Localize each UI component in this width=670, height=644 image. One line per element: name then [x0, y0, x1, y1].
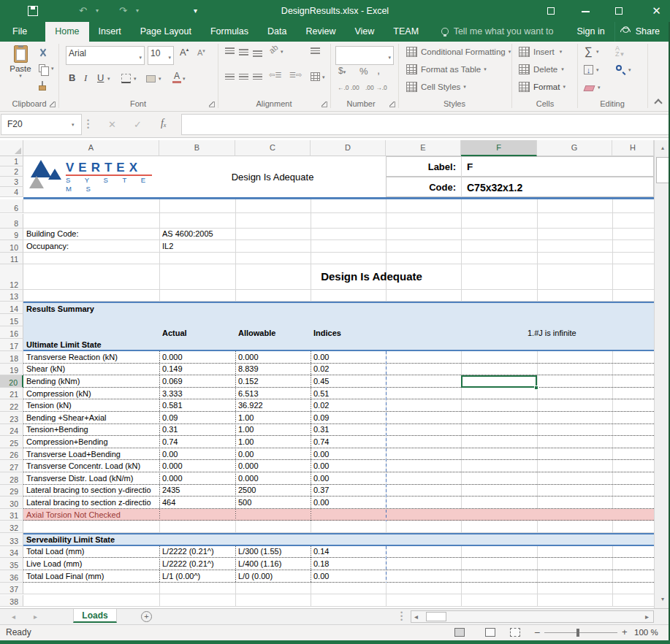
font-name-combobox[interactable]: Arial▾: [66, 46, 145, 65]
tab-insert[interactable]: Insert: [89, 22, 131, 42]
column-header-h[interactable]: H: [612, 140, 654, 156]
sign-in-link[interactable]: Sign in: [567, 22, 614, 42]
row-header-18[interactable]: 18: [0, 351, 23, 364]
cell-D19[interactable]: 0.02: [311, 364, 386, 375]
underline-dropdown-icon[interactable]: ▾: [107, 76, 110, 82]
cell-A23[interactable]: Bending +Shear+Axial: [23, 412, 159, 423]
align-middle-icon[interactable]: [239, 49, 248, 55]
merge-center-dropdown-icon[interactable]: ▾: [322, 74, 325, 80]
cell-B23[interactable]: 0.09: [159, 412, 235, 423]
cell-D18[interactable]: 0.00: [311, 351, 386, 363]
fill-color-dropdown-icon[interactable]: ▾: [159, 76, 161, 82]
row-header-27[interactable]: 27: [0, 460, 23, 472]
column-header-b[interactable]: B: [159, 140, 235, 156]
row-header-21[interactable]: 21: [0, 388, 23, 400]
format-as-table-button[interactable]: Format as Table▾: [406, 64, 487, 74]
comma-style-icon[interactable]: ,: [377, 64, 380, 76]
column-header-e[interactable]: E: [386, 140, 461, 156]
format-painter-icon[interactable]: [39, 85, 46, 91]
paste-button[interactable]: Paste ▾: [6, 45, 35, 79]
cell-A20[interactable]: Bending (kNm): [23, 375, 159, 387]
cell-A30[interactable]: Lateral bracing to section z-directio: [23, 497, 159, 508]
cell-D24[interactable]: 0.31: [311, 424, 386, 436]
name-box-dropdown-icon[interactable]: ▾: [72, 115, 75, 134]
find-dropdown-icon[interactable]: ▾: [628, 67, 631, 73]
cell-A25[interactable]: Compression+Bending: [23, 436, 159, 448]
scroll-down-icon[interactable]: ▾: [656, 593, 669, 606]
accounting-format-icon[interactable]: $▾: [338, 66, 346, 76]
merge-center-icon[interactable]: [311, 72, 320, 81]
tab-page-layout[interactable]: Page Layout: [131, 22, 201, 42]
row-header-26[interactable]: 26: [0, 448, 23, 461]
cell-A17[interactable]: Ultimate Limit State: [23, 339, 159, 350]
row-header-1[interactable]: 1: [0, 156, 23, 166]
cell-B30[interactable]: 464: [159, 497, 235, 508]
row-header-12[interactable]: 12: [0, 264, 23, 290]
cell-D26[interactable]: 0.00: [311, 448, 386, 460]
vertical-scrollbar[interactable]: ▴ ▾: [654, 140, 670, 608]
row-header-28[interactable]: 28: [0, 472, 23, 485]
formula-input[interactable]: [181, 114, 669, 135]
new-sheet-icon[interactable]: +: [141, 611, 152, 622]
row-header-24[interactable]: 24: [0, 424, 23, 437]
cell-C16[interactable]: Allowable: [235, 326, 311, 339]
percent-style-icon[interactable]: %: [359, 66, 368, 77]
cell-A19[interactable]: Shear (kN): [23, 364, 159, 375]
autosum-icon[interactable]: ∑: [585, 45, 593, 57]
font-dialog-launcher-icon[interactable]: [209, 101, 215, 107]
bold-button[interactable]: B: [69, 72, 75, 83]
fill-dropdown-icon[interactable]: ▾: [596, 67, 599, 73]
row-header-31[interactable]: 31: [0, 509, 23, 521]
cell-C34[interactable]: L/300 (1.55): [235, 546, 311, 558]
cell-C24[interactable]: 1.00: [235, 424, 311, 436]
align-right-icon[interactable]: [253, 74, 262, 80]
row-header-15[interactable]: 15: [0, 314, 23, 326]
page-layout-view-icon[interactable]: [485, 628, 495, 637]
align-left-icon[interactable]: [225, 74, 235, 80]
horizontal-scrollbar[interactable]: ◂ ▸: [411, 610, 654, 623]
tabbar-splitter[interactable]: •••: [400, 611, 403, 622]
cell-C26[interactable]: 0.00: [235, 448, 311, 460]
cell-D20[interactable]: 0.45: [311, 375, 386, 387]
cell-A24[interactable]: Tension+Bending: [23, 424, 159, 436]
font-color-icon[interactable]: A: [172, 72, 181, 83]
column-header-g[interactable]: G: [537, 140, 612, 156]
clear-dropdown-icon[interactable]: ▾: [598, 85, 601, 91]
cell-B19[interactable]: 0.149: [159, 364, 235, 375]
vertical-scroll-thumb[interactable]: [656, 157, 669, 183]
conditional-formatting-button[interactable]: Conditional Formatting▾: [406, 47, 511, 57]
minimize-button[interactable]: [574, 0, 596, 22]
row-header-16[interactable]: 16: [0, 326, 23, 339]
zoom-slider-track[interactable]: [544, 632, 617, 633]
row-header-29[interactable]: 29: [0, 485, 23, 497]
row-header-20[interactable]: 20: [0, 375, 23, 388]
find-select-icon[interactable]: [616, 65, 622, 71]
underline-button[interactable]: U: [97, 72, 104, 83]
sheet-tab-loads[interactable]: Loads: [73, 609, 117, 623]
cell-A33[interactable]: Serveability Limit State: [23, 534, 159, 545]
row-header-33[interactable]: 33: [0, 533, 23, 546]
cell-B28[interactable]: 0.000: [159, 472, 235, 484]
cell-B27[interactable]: 0.000: [159, 460, 235, 472]
cell-C21[interactable]: 6.513: [235, 388, 311, 399]
row-header-35[interactable]: 35: [0, 558, 23, 570]
row-header-22[interactable]: 22: [0, 399, 23, 412]
align-center-icon[interactable]: [239, 74, 248, 80]
format-cells-button[interactable]: Format▾: [519, 82, 566, 92]
page-break-view-icon[interactable]: [510, 628, 520, 637]
cell-B9[interactable]: AS 4600:2005: [159, 229, 235, 240]
row-header-11[interactable]: 11: [0, 253, 23, 265]
cell-B10[interactable]: IL2: [159, 240, 235, 252]
cut-icon[interactable]: [38, 47, 48, 58]
font-size-combobox[interactable]: 10▾: [148, 46, 174, 65]
code-box[interactable]: Code: C75x32x1.2: [386, 177, 654, 197]
sort-filter-icon[interactable]: AZ▼: [615, 45, 625, 58]
row-header-6[interactable]: 6: [0, 199, 23, 213]
alignment-dialog-launcher-icon[interactable]: [321, 101, 327, 107]
cell-C18[interactable]: 0.000: [235, 351, 311, 363]
cancel-formula-icon[interactable]: ✕: [108, 112, 116, 138]
number-format-combobox[interactable]: ▾: [335, 46, 394, 65]
cell-B24[interactable]: 0.31: [159, 424, 235, 436]
cell-A21[interactable]: Compression (kN): [23, 388, 159, 399]
cell-C19[interactable]: 8.839: [235, 364, 311, 375]
